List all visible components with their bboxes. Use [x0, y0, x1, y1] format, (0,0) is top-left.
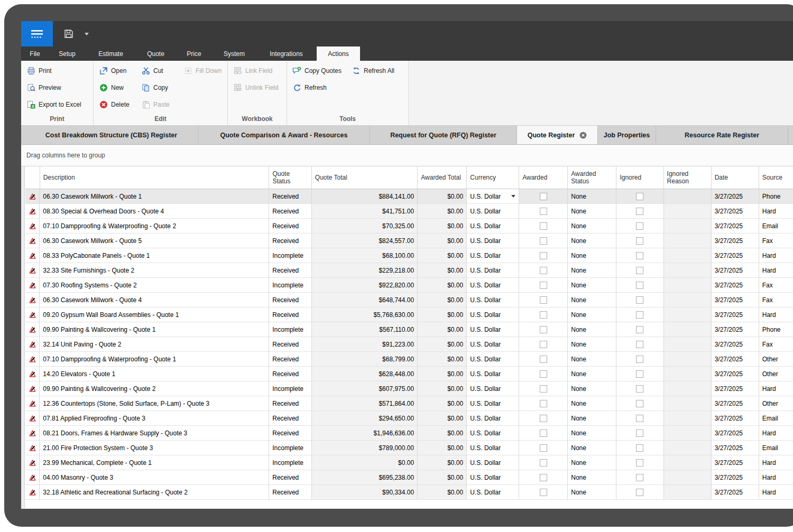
cell-quote-status[interactable]: Incomplete — [269, 381, 311, 396]
copy-quotes-button[interactable]: Copy Quotes — [290, 62, 349, 79]
ignored-checkbox[interactable] — [636, 208, 643, 215]
cell-source[interactable]: Hard — [759, 470, 793, 485]
cell-currency[interactable]: U.S. Dollar — [467, 307, 519, 322]
menu-tab-price[interactable]: Price — [176, 46, 213, 61]
cell-currency[interactable]: U.S. Dollar — [467, 204, 519, 219]
awarded-checkbox[interactable] — [540, 459, 547, 466]
cell-ignored-reason[interactable] — [664, 189, 712, 204]
ignored-checkbox[interactable] — [636, 415, 643, 422]
ignored-checkbox[interactable] — [636, 385, 643, 393]
cell-awarded-status[interactable]: None — [568, 278, 616, 293]
cell-currency[interactable]: U.S. Dollar — [467, 455, 519, 470]
cell-currency[interactable]: U.S. Dollar — [467, 367, 519, 381]
cell-source[interactable]: Other — [759, 367, 793, 381]
cell-quote-total[interactable]: $0.00 — [312, 455, 418, 470]
awarded-checkbox[interactable] — [540, 385, 547, 393]
doc-tab-quote-register[interactable]: Quote Register — [517, 126, 598, 144]
row-marker-cell[interactable] — [25, 234, 40, 248]
cell-description[interactable]: 09.90 Painting & Wallcovering - Quote 1 — [40, 322, 269, 337]
cell-date[interactable]: 3/27/2025 — [712, 278, 759, 293]
cell-awarded-total[interactable]: $0.00 — [418, 204, 467, 219]
cell-source[interactable]: Other — [759, 352, 793, 367]
cell-currency[interactable]: U.S. Dollar — [467, 219, 519, 234]
cell-ignored-reason[interactable] — [664, 352, 712, 367]
cell-awarded-total[interactable]: $0.00 — [418, 426, 467, 441]
cell-description[interactable]: 04.00 Masonry - Quote 3 — [40, 470, 269, 485]
cell-currency[interactable]: U.S. Dollar — [467, 441, 519, 455]
cell-quote-status[interactable]: Received — [269, 234, 311, 248]
cell-description[interactable]: 08.21 Doors, Frames & Hardware Supply - … — [40, 426, 269, 441]
cell-description[interactable]: 07.10 Dampproofing & Waterproofing - Quo… — [40, 352, 269, 367]
cell-source[interactable]: Hard — [759, 485, 793, 500]
cell-ignored-reason[interactable] — [664, 426, 712, 441]
ignored-checkbox[interactable] — [636, 444, 643, 452]
cell-awarded-status[interactable]: None — [568, 189, 616, 204]
menu-tab-system[interactable]: System — [213, 46, 256, 61]
row-marker-cell[interactable] — [25, 263, 40, 278]
ignored-checkbox[interactable] — [636, 326, 643, 333]
row-marker-cell[interactable] — [25, 367, 40, 381]
awarded-checkbox[interactable] — [540, 237, 547, 245]
cell-description[interactable]: 07.81 Applied Fireproofing - Quote 3 — [40, 411, 269, 426]
menu-tab-estimate[interactable]: Estimate — [86, 46, 136, 61]
ignored-checkbox[interactable] — [636, 430, 643, 437]
cell-date[interactable]: 3/27/2025 — [712, 455, 759, 470]
cell-source[interactable]: Hard — [759, 248, 793, 263]
cell-awarded-status[interactable]: None — [568, 426, 616, 441]
row-marker-cell[interactable] — [25, 396, 40, 411]
cell-awarded-total[interactable]: $0.00 — [418, 293, 467, 307]
awarded-checkbox[interactable] — [540, 267, 547, 274]
menu-tab-setup[interactable]: Setup — [49, 46, 86, 61]
cell-ignored[interactable] — [616, 204, 663, 219]
cell-date[interactable]: 3/27/2025 — [712, 411, 759, 426]
cell-description[interactable]: 14.20 Elevators - Quote 1 — [40, 367, 269, 381]
cell-date[interactable]: 3/27/2025 — [712, 189, 759, 204]
ignored-checkbox[interactable] — [636, 370, 643, 378]
cell-currency[interactable]: U.S. Dollar — [467, 470, 519, 485]
cell-ignored[interactable] — [616, 278, 663, 293]
save-button[interactable] — [57, 21, 80, 46]
cell-ignored[interactable] — [616, 248, 663, 263]
cell-currency[interactable]: U.S. Dollar — [467, 278, 519, 293]
cell-awarded[interactable] — [519, 337, 568, 352]
cell-awarded-total[interactable]: $0.00 — [418, 307, 467, 322]
menu-tab-integrations[interactable]: Integrations — [256, 46, 317, 61]
row-marker-cell[interactable] — [25, 441, 40, 455]
cell-awarded-status[interactable]: None — [568, 411, 616, 426]
cell-quote-total[interactable]: $229,218.00 — [312, 263, 418, 278]
cell-description[interactable]: 06.30 Casework Millwork - Quote 5 — [40, 234, 269, 248]
cell-description[interactable]: 06.30 Casework Millwork - Quote 1 — [40, 189, 269, 204]
cell-ignored-reason[interactable] — [664, 278, 712, 293]
row-marker-cell[interactable] — [25, 352, 40, 367]
cell-quote-status[interactable]: Received — [269, 411, 311, 426]
cell-awarded[interactable] — [519, 485, 568, 500]
cell-quote-total[interactable]: $68,100.00 — [312, 248, 418, 263]
cell-date[interactable]: 3/27/2025 — [712, 367, 759, 381]
cell-currency[interactable]: U.S. Dollar — [467, 426, 519, 441]
cell-awarded-status[interactable]: None — [568, 293, 616, 307]
cell-quote-status[interactable]: Received — [269, 396, 311, 411]
cell-quote-status[interactable]: Received — [269, 189, 311, 204]
cell-quote-total[interactable]: $824,557.00 — [312, 234, 418, 248]
cell-awarded-total[interactable]: $0.00 — [418, 396, 467, 411]
cell-quote-total[interactable]: $5,768,630.00 — [312, 307, 418, 322]
cell-ignored-reason[interactable] — [664, 219, 712, 234]
cell-awarded-status[interactable]: None — [568, 263, 616, 278]
cell-date[interactable]: 3/27/2025 — [712, 263, 759, 278]
cell-description[interactable]: 08.30 Special & Overhead Doors - Quote 4 — [40, 204, 269, 219]
cell-ignored-reason[interactable] — [664, 367, 712, 381]
awarded-checkbox[interactable] — [540, 356, 547, 363]
cell-quote-total[interactable]: $922,820.00 — [312, 278, 418, 293]
column-header-awarded-status[interactable]: Awarded Status — [568, 166, 616, 189]
cell-ignored-reason[interactable] — [664, 307, 712, 322]
cell-source[interactable]: Email — [759, 441, 793, 455]
row-marker-cell[interactable] — [25, 219, 40, 234]
cell-awarded-status[interactable]: None — [568, 234, 616, 248]
cell-ignored[interactable] — [616, 293, 663, 307]
column-header-awarded-total[interactable]: Awarded Total — [418, 166, 467, 189]
row-marker-cell[interactable] — [25, 426, 40, 441]
cell-awarded-status[interactable]: None — [568, 307, 616, 322]
cell-awarded[interactable] — [519, 396, 568, 411]
cell-awarded-status[interactable]: None — [568, 485, 616, 500]
row-marker-cell[interactable] — [25, 307, 40, 322]
